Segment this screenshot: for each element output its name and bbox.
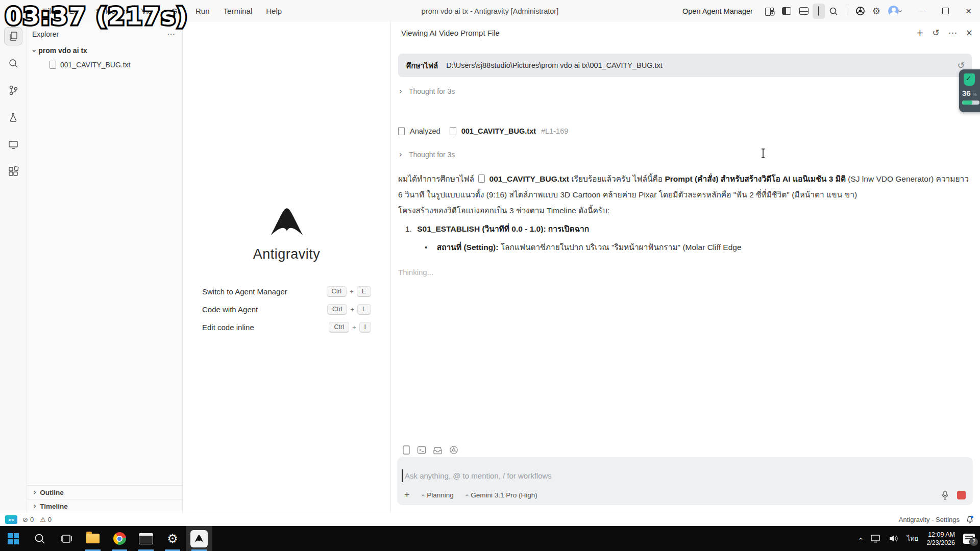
bullet-icon: • (425, 243, 427, 252)
account-chevron-icon[interactable]: › (896, 10, 905, 13)
error-icon: ⊘ (22, 516, 28, 523)
agent-manager-icon[interactable] (765, 7, 774, 15)
menu-view[interactable]: View (141, 7, 158, 15)
folder-icon (86, 534, 100, 543)
open-agent-manager-button[interactable]: Open Agent Manager (682, 7, 753, 15)
close-button[interactable]: × (957, 0, 980, 22)
thought-row-1[interactable]: › Thought for 3s (399, 87, 455, 95)
timeline-section[interactable]: › Timeline (27, 499, 182, 513)
tree-root-folder[interactable]: › prom vdo ai tx (32, 46, 87, 55)
app-window-button[interactable] (133, 526, 159, 551)
outline-section[interactable]: › Outline (27, 485, 182, 499)
extensions-icon[interactable] (4, 162, 22, 181)
text-cursor-pointer (761, 148, 766, 158)
menu-run[interactable]: Run (195, 7, 210, 15)
tray-expand-icon[interactable]: › (856, 537, 865, 540)
start-button[interactable] (0, 526, 27, 551)
root-folder-label: prom vdo ai tx (38, 46, 87, 55)
problems-errors[interactable]: ⊘ 0 (22, 516, 34, 523)
widget-progress-bar (962, 101, 979, 105)
network-icon[interactable] (870, 534, 880, 543)
input-controls: + › Planning › Gemini 3.1 Pro (High) (404, 490, 966, 500)
inbox-context-icon[interactable] (433, 446, 443, 455)
browser-context-icon[interactable] (449, 445, 458, 455)
tree-file-item[interactable]: 001_CAVITY_BUG.txt (50, 61, 130, 69)
browser-icon[interactable] (855, 6, 865, 16)
context-icons-row (402, 445, 458, 455)
remote-devices-icon[interactable] (4, 135, 22, 154)
toggle-bottom-panel-icon[interactable] (799, 7, 808, 15)
shortcut-label: Switch to Agent Manager (202, 287, 287, 296)
more-icon[interactable]: ⋯ (948, 29, 957, 37)
gear-icon[interactable]: ⚙ (872, 6, 880, 16)
plus-separator: + (352, 323, 356, 331)
menu-selection[interactable]: Selection (96, 7, 128, 15)
add-context-icon[interactable]: + (404, 490, 410, 500)
thought-label: Thought for 3s (409, 151, 455, 159)
response-text: เรียบร้อยแล้วครับ ไฟล์นี้คือ (571, 174, 663, 183)
file-icon (450, 127, 456, 135)
antigravity-taskbar-button[interactable] (186, 526, 212, 551)
keycap: Ctrl (329, 322, 349, 333)
search-sidebar-icon[interactable] (4, 54, 22, 72)
shield-check-icon (964, 73, 975, 86)
restore-button[interactable] (934, 0, 957, 22)
thinking-indicator: Thinking... (398, 268, 433, 277)
stop-button[interactable] (957, 491, 966, 499)
menu-edit[interactable]: Edit (69, 7, 82, 15)
language-indicator[interactable]: ไทย (907, 533, 919, 544)
chat-input-placeholder: Ask anything, @ to mention, / for workfl… (405, 471, 552, 480)
terminal-context-icon[interactable] (417, 445, 426, 455)
search-icon[interactable] (829, 7, 838, 16)
status-bar: >< ⊘ 0 ⚠ 0 Antigravity - Settings (0, 513, 980, 526)
menu-file[interactable]: File (43, 7, 55, 15)
plus-separator: + (350, 288, 354, 295)
bell-icon[interactable] (966, 515, 974, 524)
toggle-right-panel-button[interactable] (813, 4, 825, 19)
thought-row-2[interactable]: › Thought for 3s (399, 151, 455, 159)
explorer-more-icon[interactable]: ⋯ (167, 29, 175, 39)
analyzed-row: Analyzed 001_CAVITY_BUG.txt #L1-169 (398, 127, 568, 135)
chat-input-box[interactable]: Ask anything, @ to mention, / for workfl… (397, 457, 973, 505)
menu-help[interactable]: Help (266, 7, 282, 15)
mode-selector[interactable]: › Planning (421, 491, 454, 499)
run-debug-icon[interactable] (4, 108, 22, 127)
restore-icon (942, 8, 949, 14)
widget-value: 36 (962, 89, 971, 97)
settings-status-item[interactable]: Antigravity - Settings (899, 516, 960, 523)
menu-terminal[interactable]: Terminal (224, 7, 253, 15)
timeline-label: Timeline (40, 503, 68, 510)
close-panel-icon[interactable]: × (966, 29, 973, 37)
toggle-left-panel-icon[interactable] (782, 7, 791, 15)
settings-button[interactable]: ⚙ (159, 526, 186, 551)
taskbar-clock[interactable]: 12:09 AM 2/23/2026 (926, 531, 955, 547)
antivirus-widget[interactable]: 36 % (959, 69, 980, 112)
explorer-header: Explorer ⋯ (32, 29, 175, 39)
response-file-chip[interactable]: 001_CAVITY_BUG.txt (489, 174, 569, 183)
mic-icon[interactable] (941, 490, 949, 500)
undo-icon[interactable]: ↺ (958, 60, 965, 70)
volume-icon[interactable] (889, 534, 899, 543)
chrome-button[interactable] (106, 526, 133, 551)
error-count: 0 (30, 516, 34, 523)
explorer-icon[interactable] (4, 27, 22, 45)
minimize-button[interactable]: — (911, 0, 934, 22)
taskbar-search-button[interactable] (27, 526, 53, 551)
source-control-icon[interactable] (4, 81, 22, 99)
file-context-icon[interactable] (402, 445, 410, 455)
menu-go[interactable]: Go (172, 7, 182, 15)
remote-indicator-icon[interactable]: >< (5, 515, 17, 524)
chrome-icon (113, 532, 126, 545)
model-selector[interactable]: › Gemini 3.1 Pro (High) (465, 491, 537, 499)
history-icon[interactable]: ↺ (933, 29, 940, 37)
new-chat-icon[interactable]: + (916, 29, 923, 37)
task-view-button[interactable] (53, 526, 80, 551)
analyzed-file[interactable]: 001_CAVITY_BUG.txt (461, 127, 536, 135)
chevron-right-icon: › (33, 503, 36, 510)
notification-center-button[interactable]: 2 (963, 534, 975, 544)
widget-unit: % (973, 92, 977, 97)
shortcut-keys: Ctrl + E (327, 286, 371, 297)
chevron-right-icon: › (33, 489, 36, 496)
problems-warnings[interactable]: ⚠ 0 (40, 516, 52, 523)
file-explorer-button[interactable] (80, 526, 106, 551)
